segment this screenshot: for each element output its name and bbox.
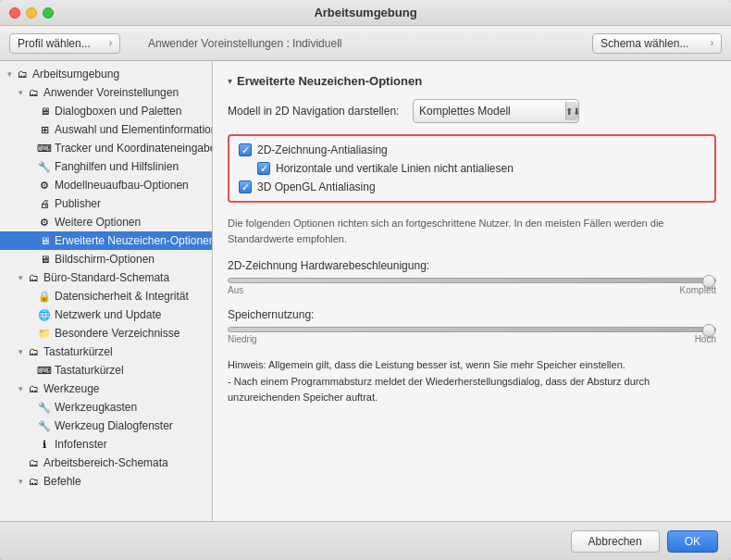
- triangle-icon: [15, 346, 26, 357]
- spacer: [26, 235, 37, 246]
- sidebar-item-besondere[interactable]: 📁 Besondere Verzeichnisse: [0, 324, 212, 342]
- speicher-min-label: Niedrig: [228, 334, 257, 344]
- memory-note2: - Nach einem Programmabsturz meldet der …: [228, 376, 650, 404]
- sidebar-item-werkzeugkasten[interactable]: 🔧 Werkzeugkasten: [0, 398, 212, 417]
- maximize-button[interactable]: [43, 7, 54, 19]
- traffic-lights: [9, 7, 54, 19]
- triangle-icon: [15, 457, 26, 468]
- speicher-slider-thumb[interactable]: [702, 324, 715, 337]
- sidebar: 🗂 Arbeitsumgebung 🗂 Anwender Voreinstell…: [0, 61, 213, 521]
- sidebar-item-label: Publisher: [55, 197, 101, 210]
- chevron-right-icon: ›: [109, 38, 112, 48]
- sidebar-item-weitere[interactable]: ⚙ Weitere Optionen: [0, 213, 212, 231]
- sidebar-item-label: Fanghilfen und Hilfslinien: [55, 160, 179, 173]
- sidebar-item-modellneuaufbau[interactable]: ⚙ Modellneuaufbau-Optionen: [0, 176, 212, 194]
- folder-icon: 🗂: [26, 474, 41, 489]
- triangle-icon: [15, 476, 26, 487]
- speicher-slider-track[interactable]: [228, 327, 716, 332]
- schema-dropdown[interactable]: Schema wählen... ›: [592, 33, 722, 54]
- sidebar-item-netzwerk[interactable]: 🌐 Netzwerk und Update: [0, 305, 212, 324]
- minimize-button[interactable]: [26, 7, 37, 19]
- spacer: [26, 161, 37, 172]
- sidebar-item-label: Werkzeuge: [43, 382, 99, 395]
- spacer: [26, 143, 37, 154]
- sidebar-item-werkzeuge[interactable]: 🗂 Werkzeuge: [0, 380, 212, 398]
- folder-icon: 🗂: [26, 344, 41, 359]
- pref-icon: ⌨: [37, 363, 52, 378]
- sidebar-item-datensicherheit[interactable]: 🔒 Datensicherheit & Integrität: [0, 287, 212, 305]
- sidebar-item-label: Erweiterte Neuzeichen-Optionen: [55, 234, 213, 247]
- sidebar-item-befehle[interactable]: 🗂 Befehle: [0, 472, 212, 491]
- sidebar-item-label: Auswahl und Elementinformationen: [55, 123, 213, 136]
- pref-icon: 🖨: [37, 196, 52, 211]
- sidebar-item-label: Arbeitsumgebung: [32, 68, 119, 81]
- antialiasing-checkbox-group: 2D-Zeichnung-Antialiasing Horizontale un…: [228, 134, 716, 203]
- checkbox-2d-antialiasing[interactable]: [239, 143, 252, 156]
- sidebar-item-werkzeug-dialog[interactable]: 🔧 Werkzeug Dialogfenster: [0, 417, 212, 435]
- spacer: [26, 420, 37, 431]
- titlebar: Arbeitsumgebung: [0, 0, 731, 26]
- sidebar-item-label: Befehle: [43, 475, 81, 488]
- model-select[interactable]: Komplettes Modell ⬆⬇: [413, 99, 579, 123]
- hardware-slider-thumb[interactable]: [702, 275, 715, 288]
- sidebar-item-fanghilfen[interactable]: 🔧 Fanghilfen und Hilfslinien: [0, 157, 212, 176]
- sidebar-item-tastatur-group[interactable]: 🗂 Tastaturkürzel: [0, 342, 212, 361]
- chevron-right-icon: ›: [711, 38, 713, 48]
- checkbox-linien-antialiasing[interactable]: [257, 162, 270, 175]
- sidebar-item-infofenster[interactable]: ℹ Infofenster: [0, 435, 212, 454]
- sidebar-item-label: Besondere Verzeichnisse: [55, 327, 180, 340]
- select-arrow-icon: ⬆⬇: [565, 102, 578, 120]
- bottom-bar: Abbrechen OK: [0, 521, 731, 560]
- spacer: [26, 309, 37, 320]
- sidebar-item-publisher[interactable]: 🖨 Publisher: [0, 194, 212, 213]
- folder-icon: 🗂: [26, 455, 41, 470]
- sidebar-item-tracker[interactable]: ⌨ Tracker und Koordinateneingabe: [0, 139, 212, 157]
- sidebar-item-arbeitsumgebung[interactable]: 🗂 Arbeitsumgebung: [0, 65, 212, 83]
- sidebar-item-anwender[interactable]: 🗂 Anwender Voreinstellungen: [0, 83, 212, 102]
- sidebar-item-tastatur[interactable]: ⌨ Tastaturkürzel: [0, 361, 212, 380]
- sidebar-item-dialogboxen[interactable]: 🖥 Dialogboxen und Paletten: [0, 102, 212, 120]
- pref-icon: ⌨: [37, 141, 52, 156]
- triangle-icon: [4, 68, 15, 80]
- sidebar-item-label: Dialogboxen und Paletten: [55, 105, 181, 118]
- checkbox-label-linien: Horizontale und vertikale Linien nicht a…: [276, 162, 514, 175]
- sidebar-item-erweiterte[interactable]: 🖥 Erweiterte Neuzeichen-Optionen: [0, 231, 212, 250]
- sidebar-item-auswahl[interactable]: ⊞ Auswahl und Elementinformationen: [0, 120, 212, 139]
- spacer: [26, 439, 37, 450]
- hardware-slider-labels: Aus Komplett: [228, 285, 716, 295]
- spacer: [26, 365, 37, 376]
- spacer: [26, 124, 37, 135]
- cancel-button[interactable]: Abbrechen: [571, 530, 660, 553]
- sidebar-item-label: Bildschirm-Optionen: [55, 253, 155, 266]
- speicher-slider-section: Speichernutzung: Niedrig Hoch: [228, 308, 716, 344]
- pref-icon: ⊞: [37, 122, 52, 137]
- main-content: 🗂 Arbeitsumgebung 🗂 Anwender Voreinstell…: [0, 61, 731, 521]
- pref-icon: ⚙: [37, 178, 52, 193]
- sidebar-item-buero[interactable]: 🗂 Büro-Standard-Schemata: [0, 268, 212, 287]
- checkbox-3d-antialiasing[interactable]: [239, 180, 252, 193]
- spacer: [26, 198, 37, 209]
- checkbox-label-2d: 2D-Zeichnung-Antialiasing: [257, 143, 388, 156]
- spacer: [26, 106, 37, 117]
- ok-button[interactable]: OK: [667, 530, 718, 553]
- sidebar-item-label: Arbeitsbereich-Schemata: [43, 456, 168, 469]
- checkbox-row-linien: Horizontale und vertikale Linien nicht a…: [239, 162, 705, 175]
- sidebar-item-label: Datensicherheit & Integrität: [55, 290, 189, 303]
- section-title: Erweiterte Neuzeichen-Optionen: [237, 74, 422, 88]
- sidebar-item-label: Büro-Standard-Schemata: [43, 271, 169, 284]
- toolbar: Profil wählen... › Anwender Voreinstellu…: [0, 26, 731, 61]
- folder-icon: 🗂: [15, 67, 30, 81]
- triangle-icon: ▾: [228, 76, 232, 86]
- hardware-slider-track[interactable]: [228, 278, 716, 283]
- pref-icon: 🔧: [37, 159, 52, 174]
- pref-icon: 🖥: [37, 233, 52, 248]
- sidebar-item-arbeitsbereich[interactable]: 🗂 Arbeitsbereich-Schemata: [0, 454, 212, 472]
- checkbox-row-3d: 3D OpenGL Antialiasing: [239, 180, 705, 193]
- profile-dropdown[interactable]: Profil wählen... ›: [9, 33, 120, 54]
- sidebar-item-label: Anwender Voreinstellungen: [43, 86, 179, 99]
- spacer: [26, 254, 37, 265]
- sidebar-item-bildschirm[interactable]: 🖥 Bildschirm-Optionen: [0, 250, 212, 268]
- close-button[interactable]: [9, 7, 20, 19]
- triangle-icon: [15, 272, 26, 283]
- sidebar-item-label: Tastaturkürzel: [55, 364, 124, 377]
